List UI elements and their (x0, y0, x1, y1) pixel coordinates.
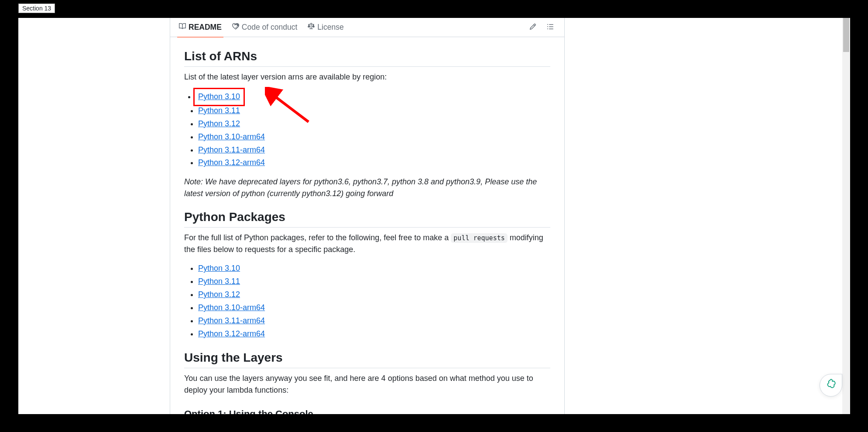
readme-panel: README Code of conduct License (170, 18, 565, 414)
pull-requests-code: pull requests (451, 233, 507, 243)
list-item: Python 3.12-arm64 (198, 157, 550, 169)
list-item: Python 3.10 (198, 263, 550, 275)
pkg-link-py312arm[interactable]: Python 3.12-arm64 (198, 329, 265, 338)
readme-body: List of ARNs List of the latest layer ve… (170, 37, 564, 414)
heading-python-packages: Python Packages (184, 210, 550, 228)
section-label: Section 13 (18, 3, 55, 13)
viewport: README Code of conduct License (18, 18, 850, 414)
list-item: Python 3.11-arm64 (198, 144, 550, 156)
packages-intro-text: For the full list of Python packages, re… (184, 232, 550, 256)
list-item: Python 3.12 (198, 289, 550, 301)
tab-readme-label: README (189, 23, 222, 32)
heading-option1: Option 1: Using the Console (184, 408, 550, 414)
arn-link-py311[interactable]: Python 3.11 (198, 106, 240, 115)
outline-button[interactable] (543, 21, 557, 35)
arn-link-py311arm[interactable]: Python 3.11-arm64 (198, 145, 265, 154)
deprecation-note: Note: We have deprecated layers for pyth… (184, 176, 550, 200)
list-icon (547, 23, 554, 32)
pkg-link-py310[interactable]: Python 3.10 (198, 264, 240, 273)
tab-license[interactable]: License (302, 18, 349, 37)
edit-button[interactable] (526, 21, 540, 35)
ai-flower-icon (825, 378, 837, 392)
ai-assistant-button[interactable] (820, 374, 842, 397)
conduct-icon (232, 23, 239, 32)
pkg-links-list: Python 3.10 Python 3.11 Python 3.12 Pyth… (184, 263, 550, 340)
pkg-link-py311arm[interactable]: Python 3.11-arm64 (198, 316, 265, 325)
tab-readme[interactable]: README (174, 18, 227, 37)
list-item: Python 3.11 (198, 105, 550, 117)
arn-link-py310[interactable]: Python 3.10 (198, 92, 240, 101)
pkg-link-py311[interactable]: Python 3.11 (198, 277, 240, 286)
book-icon (179, 23, 186, 32)
using-layers-text: You can use the layers anyway you see fi… (184, 373, 550, 396)
arn-link-py310arm[interactable]: Python 3.10-arm64 (198, 132, 265, 141)
heading-using-layers: Using the Layers (184, 351, 550, 368)
list-item: Python 3.12-arm64 (198, 328, 550, 340)
header-actions (526, 21, 561, 35)
law-icon (308, 23, 315, 32)
scrollbar[interactable] (842, 18, 850, 414)
arn-intro-text: List of the latest layer version arns ar… (184, 71, 550, 83)
list-item: Python 3.10 (196, 90, 243, 104)
scrollbar-thumb[interactable] (843, 18, 849, 52)
tab-conduct-label: Code of conduct (242, 23, 297, 32)
list-item: Python 3.10-arm64 (198, 302, 550, 314)
pkg-link-py310arm[interactable]: Python 3.10-arm64 (198, 303, 265, 312)
tabs-header: README Code of conduct License (170, 18, 564, 37)
arn-link-py312arm[interactable]: Python 3.12-arm64 (198, 158, 265, 167)
heading-list-of-arns: List of ARNs (184, 49, 550, 67)
pkg-link-py312[interactable]: Python 3.12 (198, 290, 240, 299)
list-item: Python 3.11 (198, 276, 550, 288)
arn-link-py312[interactable]: Python 3.12 (198, 119, 240, 128)
tab-code-of-conduct[interactable]: Code of conduct (227, 18, 302, 37)
pencil-icon (529, 23, 536, 32)
arn-links-list: Python 3.10 Python 3.11 Python 3.12 Pyth… (184, 90, 550, 169)
list-item: Python 3.11-arm64 (198, 315, 550, 327)
tab-license-label: License (317, 23, 343, 32)
list-item: Python 3.12 (198, 118, 550, 130)
list-item: Python 3.10-arm64 (198, 131, 550, 143)
